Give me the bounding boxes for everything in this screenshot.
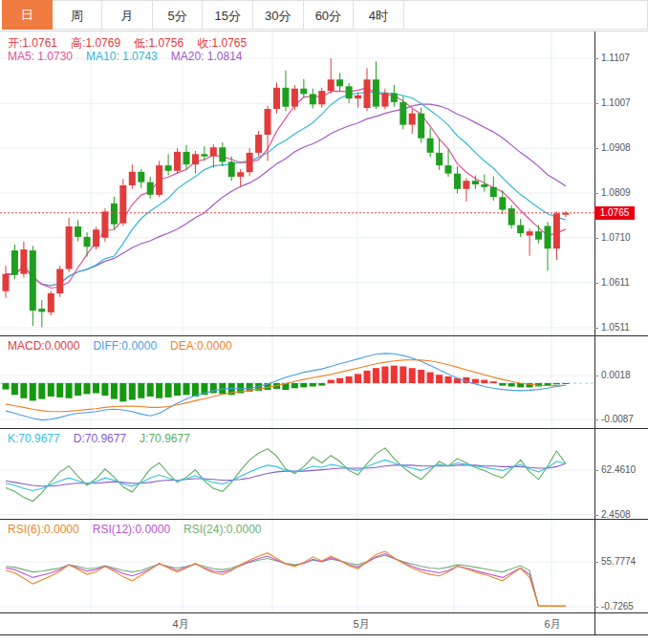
candle-body xyxy=(84,237,91,247)
macd-histogram-bar xyxy=(400,367,406,384)
axis-label: 1.0511 xyxy=(601,322,630,333)
candle-body xyxy=(381,93,388,106)
axis-label: -0.7265 xyxy=(601,601,634,612)
tab-4hour[interactable]: 4时 xyxy=(354,0,404,30)
axis-tick xyxy=(594,376,598,376)
tab-week[interactable]: 周 xyxy=(53,0,103,30)
axis-label: 1.0710 xyxy=(601,232,631,243)
axis-tick xyxy=(594,283,598,284)
candle-body xyxy=(463,181,469,189)
candle-body xyxy=(75,226,81,237)
candle-body xyxy=(273,88,280,109)
axis-tick xyxy=(594,238,598,239)
candle-body xyxy=(318,91,325,104)
candle-body xyxy=(11,250,18,275)
axis-label: 0.0018 xyxy=(601,370,631,380)
candle-body xyxy=(328,79,335,91)
macd-histogram-bar xyxy=(381,367,388,384)
macd-histogram-bar xyxy=(445,376,452,383)
candle-body xyxy=(219,147,226,161)
candle-body xyxy=(364,79,371,108)
rsi-xaxis-separator xyxy=(0,612,648,613)
candle-body xyxy=(138,172,144,182)
macd-histogram-bar xyxy=(56,383,63,397)
tab-15min[interactable]: 15分 xyxy=(203,0,253,30)
axis-tick xyxy=(594,193,598,194)
macd-histogram-bar xyxy=(427,373,434,383)
candle-body xyxy=(119,185,126,224)
candle-body xyxy=(48,293,54,312)
macd-histogram-bar xyxy=(364,371,371,383)
macd-histogram-bar xyxy=(436,375,443,383)
axis-label: 1.0611 xyxy=(601,277,630,288)
rsi-indicator-pane[interactable] xyxy=(0,520,594,612)
candle-body xyxy=(481,184,487,187)
macd-histogram-bar xyxy=(318,383,325,386)
candle-body xyxy=(237,172,244,177)
bottom-border xyxy=(0,634,648,635)
axis-tick xyxy=(594,419,598,420)
macd-histogram-bar xyxy=(93,383,99,394)
candle-body xyxy=(66,226,73,269)
tab-day[interactable]: 日 xyxy=(2,0,53,30)
candle-body xyxy=(409,114,416,125)
tab-60min[interactable]: 60分 xyxy=(304,0,355,30)
macd-histogram-bar xyxy=(310,383,316,387)
candle-body xyxy=(3,274,10,291)
candle-body xyxy=(111,204,118,225)
candle-body xyxy=(255,135,262,153)
candle-body xyxy=(156,165,162,195)
candle-body xyxy=(490,187,497,197)
month-label: 4月 xyxy=(172,617,188,632)
axis-tick xyxy=(594,515,598,516)
macd-histogram-bar xyxy=(553,383,560,384)
tabbar-filler xyxy=(404,0,648,30)
axis-tick xyxy=(594,328,598,329)
macd-histogram-bar xyxy=(101,383,108,396)
macd-histogram-bar xyxy=(328,380,335,384)
macd-histogram-bar xyxy=(119,383,126,401)
tabbar-bottom-border xyxy=(0,31,648,32)
j-line xyxy=(6,448,566,502)
ma10-line xyxy=(6,93,566,286)
macd-histogram-bar xyxy=(391,366,398,383)
axis-label: 55.7774 xyxy=(601,556,636,567)
macd-histogram-bar xyxy=(84,383,91,394)
tab-month[interactable]: 月 xyxy=(102,0,153,30)
candle-body xyxy=(427,139,434,153)
axis-tick xyxy=(594,607,598,608)
candle-body xyxy=(210,147,217,157)
macd-histogram-bar xyxy=(66,383,73,398)
candle-body xyxy=(201,154,207,156)
axis-tick xyxy=(594,470,598,471)
macd-histogram-bar xyxy=(418,370,424,383)
timeframe-tabbar: 日 周 月 5分 15分 30分 60分 4时 xyxy=(0,0,648,30)
macd-histogram-bar xyxy=(30,383,36,400)
macd-histogram-bar xyxy=(75,383,81,396)
candle-body xyxy=(400,102,406,125)
macd-histogram-bar xyxy=(138,383,144,398)
axis-label: 1.0809 xyxy=(601,187,631,198)
candle-body xyxy=(436,153,443,165)
axis-label: 1.1007 xyxy=(601,97,631,108)
candle-body xyxy=(93,229,99,247)
trading-chart-app: 日 周 月 5分 15分 30分 60分 4时 开:1.0761 高:1.076… xyxy=(0,0,648,644)
macd-histogram-bar xyxy=(508,383,515,387)
tab-30min[interactable]: 30分 xyxy=(253,0,304,30)
candle-body xyxy=(165,165,172,171)
axis-label: 1.1107 xyxy=(601,53,630,63)
price-candlestick-pane[interactable] xyxy=(0,32,594,336)
price-axis-border xyxy=(594,32,595,635)
axis-tick xyxy=(594,58,598,59)
macd-histogram-bar xyxy=(409,368,416,383)
macd-indicator-pane[interactable] xyxy=(0,336,594,428)
tab-5min[interactable]: 5分 xyxy=(153,0,204,30)
candle-body xyxy=(373,79,379,106)
kdj-indicator-pane[interactable] xyxy=(0,429,594,519)
price-macd-separator xyxy=(0,335,648,336)
candle-body xyxy=(391,93,398,102)
macd-histogram-bar xyxy=(165,383,172,397)
candle-body xyxy=(292,89,298,107)
candle-body xyxy=(545,226,551,249)
macd-histogram-bar xyxy=(147,383,154,397)
